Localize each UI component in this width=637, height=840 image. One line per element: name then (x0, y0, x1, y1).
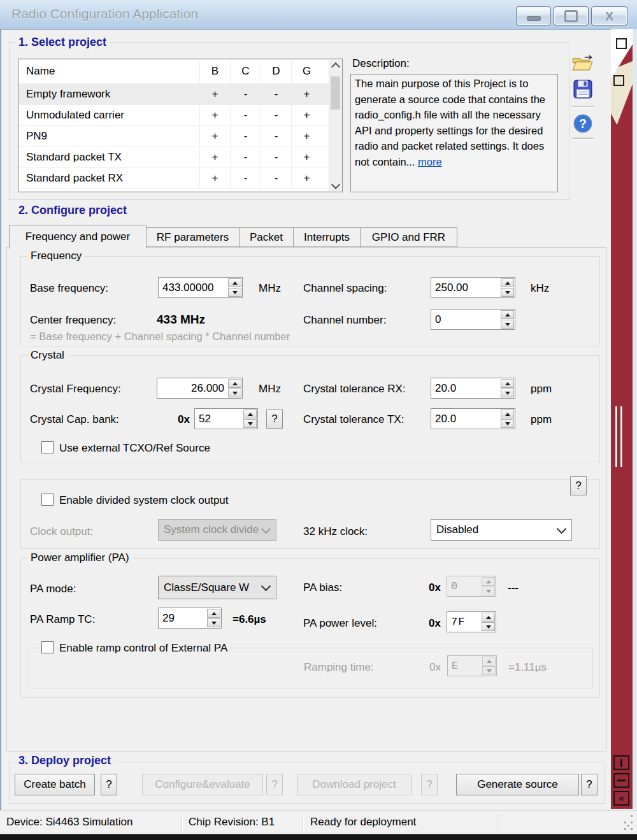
side-strip-handle[interactable] (615, 406, 623, 467)
pa-ramp-value[interactable]: 29 (159, 608, 206, 628)
clock-help-button[interactable]: ? (570, 476, 587, 495)
spin-down-button[interactable] (243, 419, 257, 428)
strip-dock-button[interactable]: « (613, 791, 629, 806)
column-header-c[interactable]: C (230, 59, 261, 83)
more-link[interactable]: more (418, 156, 442, 167)
cell-g: + (291, 147, 322, 167)
open-project-button[interactable] (571, 52, 594, 75)
spin-up-button[interactable] (501, 278, 514, 287)
spin-up-button[interactable] (228, 379, 241, 388)
cell-g: + (291, 168, 322, 189)
generate-source-button[interactable]: Generate source (456, 774, 579, 795)
ramping-time-spinner: E (447, 655, 497, 676)
page-tab-square-1[interactable] (616, 38, 627, 49)
table-row[interactable]: Empty framework + - - + (18, 83, 330, 104)
table-row[interactable]: Unmodulated carrier + - - + (18, 104, 330, 125)
spin-down-button[interactable] (501, 388, 514, 397)
divided-clock-checkbox[interactable] (41, 494, 54, 506)
base-frequency-value[interactable]: 433.00000 (159, 278, 227, 297)
cap-bank-value[interactable]: 52 (195, 409, 243, 429)
pa-power-spinner[interactable]: 7F (447, 611, 496, 632)
triangle-down-icon (505, 291, 510, 294)
generate-source-help-button[interactable]: ? (581, 774, 598, 795)
pa-bias-value: 0 (447, 576, 481, 596)
crystal-tolerance-rx-value[interactable]: 20.0 (431, 378, 500, 398)
spin-up-button[interactable] (501, 310, 514, 319)
crystal-frequency-spinner[interactable]: 26.000 (157, 378, 243, 399)
tab-gpio-and-frr[interactable]: GPIO and FRR (360, 227, 457, 247)
crystal-frequency-value[interactable]: 26.000 (157, 378, 227, 398)
tab-frequency-and-power[interactable]: Frequency and power (9, 225, 147, 248)
column-header-d[interactable]: D (261, 59, 291, 83)
status-chip-revision: Chip Revision: B1 (189, 816, 275, 829)
maximize-button[interactable] (554, 6, 589, 25)
spin-up-button[interactable] (228, 278, 241, 287)
cell-d: - (261, 84, 291, 104)
cap-bank-help-button[interactable]: ? (266, 409, 283, 429)
create-batch-help-button[interactable]: ? (101, 774, 117, 795)
ramp-control-checkbox[interactable] (41, 641, 54, 653)
page-tab-square-2[interactable] (613, 75, 624, 86)
strip-collapse-button[interactable] (613, 773, 629, 788)
base-frequency-spinner[interactable]: 433.00000 (158, 277, 243, 298)
pa-mode-dropdown[interactable]: ClassE/Square W (158, 576, 276, 599)
tcxo-checkbox[interactable] (41, 441, 54, 453)
scrollbar-thumb[interactable] (331, 76, 340, 110)
column-header-name[interactable]: Name (18, 59, 199, 83)
configure-evaluate-help-button: ? (266, 774, 283, 795)
create-batch-button[interactable]: Create batch (15, 774, 95, 795)
strip-expand-button[interactable] (613, 755, 629, 770)
channel-spacing-value[interactable]: 250.00 (431, 278, 500, 297)
spin-up-button[interactable] (501, 379, 514, 388)
channel-number-spinner[interactable]: 0 (431, 309, 515, 330)
spin-down-button[interactable] (228, 288, 241, 297)
pa-ramp-spinner[interactable]: 29 (158, 608, 222, 629)
triangle-up-icon (487, 660, 492, 663)
tab-rf-parameters[interactable]: RF parameters (146, 227, 240, 247)
spin-down-button[interactable] (207, 618, 220, 627)
triangle-up-icon (233, 382, 238, 385)
resize-grip[interactable] (624, 822, 626, 823)
toolbar-divider (572, 138, 594, 139)
help-button[interactable]: ? (571, 112, 594, 135)
ramp-control-checkbox-label: Enable ramp control of External PA (59, 642, 231, 655)
close-button[interactable]: X (591, 6, 627, 25)
spin-up-button[interactable] (207, 609, 220, 618)
spin-down-button[interactable] (228, 388, 241, 397)
save-project-button[interactable] (571, 78, 594, 101)
pa-power-value[interactable]: 7F (447, 612, 481, 632)
spin-down-button[interactable] (501, 419, 514, 428)
crystal-tolerance-tx-value[interactable]: 20.0 (431, 409, 500, 429)
spin-up-button[interactable] (482, 613, 495, 622)
cap-bank-spinner[interactable]: 52 (194, 408, 258, 429)
spin-down-button[interactable] (482, 622, 495, 631)
table-scrollbar[interactable] (329, 60, 341, 191)
crystal-tolerance-tx-spinner[interactable]: 20.0 (431, 408, 515, 429)
center-frequency-value: 433 MHz (157, 313, 205, 327)
bottom-edge (0, 834, 637, 840)
scroll-up-button[interactable] (329, 60, 341, 71)
crystal-tolerance-rx-spinner[interactable]: 20.0 (431, 378, 515, 399)
column-header-g[interactable]: G (291, 59, 322, 83)
deploy-project-heading: 3. Deploy project (15, 754, 114, 767)
spin-up-button[interactable] (501, 409, 514, 418)
spin-up-button[interactable] (243, 409, 257, 418)
tab-interrupts[interactable]: Interrupts (293, 227, 361, 247)
cell-b: + (199, 84, 230, 104)
table-row[interactable]: Standard packet RX + - - + (18, 167, 330, 189)
channel-spacing-spinner[interactable]: 250.00 (431, 277, 515, 298)
minimize-button[interactable] (516, 6, 551, 25)
channel-spacing-unit: kHz (531, 282, 549, 295)
column-header-b[interactable]: B (199, 59, 230, 83)
tab-packet[interactable]: Packet (239, 227, 294, 247)
table-row[interactable]: PN9 + - - + (18, 125, 330, 146)
spin-down-button[interactable] (501, 288, 514, 297)
triangle-up-icon (233, 281, 238, 285)
clock-32k-dropdown[interactable]: Disabled (431, 519, 572, 541)
table-row[interactable]: Standard packet TX + - - + (18, 146, 330, 167)
spin-down-button[interactable] (501, 320, 514, 329)
channel-number-value[interactable]: 0 (431, 310, 500, 329)
scroll-down-button[interactable] (329, 180, 341, 191)
description-box[interactable]: The main purpose of this Project is to g… (350, 74, 558, 192)
pa-bias-suffix: --- (508, 581, 519, 594)
